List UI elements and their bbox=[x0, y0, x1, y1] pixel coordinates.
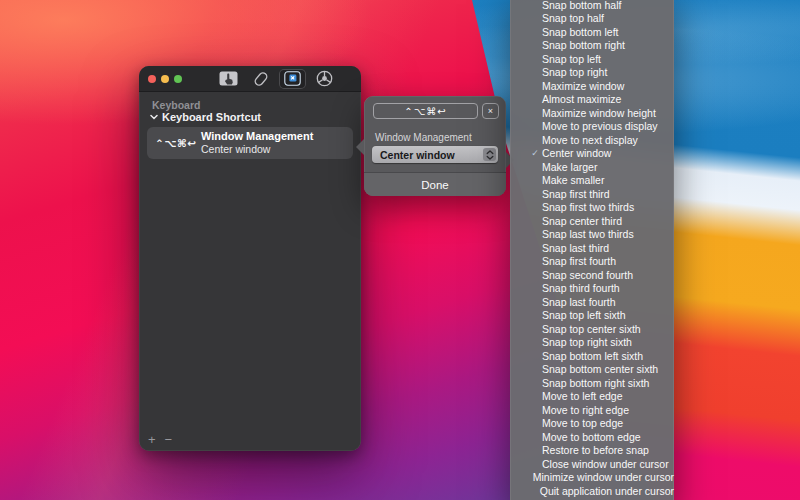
menu-item-label: Snap last third bbox=[542, 242, 609, 254]
menu-item-label: Snap bottom center sixth bbox=[542, 363, 658, 375]
menu-item[interactable]: Move to top edge bbox=[510, 417, 674, 431]
menu-item[interactable]: Move to right edge bbox=[510, 403, 674, 417]
menu-item[interactable]: ✓Center window bbox=[510, 147, 674, 161]
menu-item-label: Snap second fourth bbox=[542, 269, 633, 281]
menu-item[interactable]: Move to bottom edge bbox=[510, 430, 674, 444]
toolbar bbox=[215, 69, 338, 89]
add-shortcut-button[interactable]: + bbox=[148, 434, 156, 446]
shortcut-keys: ⌃⌥⌘↩ bbox=[155, 137, 195, 149]
menu-item-label: Almost maximize bbox=[542, 93, 621, 105]
menu-item[interactable]: Restore to before snap bbox=[510, 444, 674, 458]
checkmark-icon: ✓ bbox=[530, 148, 540, 158]
menu-item[interactable]: Almost maximize bbox=[510, 93, 674, 107]
menu-item[interactable]: Snap top left bbox=[510, 52, 674, 66]
menu-item-label: Move to previous display bbox=[542, 120, 658, 132]
chevron-down-icon bbox=[150, 114, 158, 120]
menu-item[interactable]: Move to previous display bbox=[510, 120, 674, 134]
menu-item[interactable]: Snap first two thirds bbox=[510, 201, 674, 215]
window-footer: + − bbox=[148, 434, 172, 446]
menu-item-label: Snap first third bbox=[542, 188, 610, 200]
menu-item-label: Snap top center sixth bbox=[542, 323, 641, 335]
select-stepper bbox=[483, 148, 496, 161]
menu-item[interactable]: Snap second fourth bbox=[510, 268, 674, 282]
menu-item[interactable]: Snap last fourth bbox=[510, 295, 674, 309]
menu-item-label: Move to right edge bbox=[542, 404, 629, 416]
menu-item-label: Snap bottom left sixth bbox=[542, 350, 643, 362]
menu-item-label: Maximize window bbox=[542, 80, 624, 92]
menu-item-label: Center window bbox=[542, 147, 611, 159]
minimize-button[interactable] bbox=[161, 75, 169, 83]
menu-item[interactable]: Move to left edge bbox=[510, 390, 674, 404]
menu-item[interactable]: Snap first third bbox=[510, 187, 674, 201]
menu-item[interactable]: Snap top right sixth bbox=[510, 336, 674, 350]
menu-item[interactable]: Snap last third bbox=[510, 241, 674, 255]
menu-item[interactable]: Snap bottom right sixth bbox=[510, 376, 674, 390]
menu-item[interactable]: Snap top left sixth bbox=[510, 309, 674, 323]
menu-item-label: Snap top left bbox=[542, 53, 601, 65]
zoom-button[interactable] bbox=[174, 75, 182, 83]
action-select[interactable]: Center window bbox=[372, 146, 498, 163]
menu-item[interactable]: Make smaller bbox=[510, 174, 674, 188]
menu-item[interactable]: Snap top right bbox=[510, 66, 674, 80]
shortcut-recorder-field[interactable]: ⌃⌥⌘↩ bbox=[373, 103, 478, 119]
action-select-value: Center window bbox=[380, 149, 483, 161]
menu-item[interactable]: Maximize window bbox=[510, 79, 674, 93]
remove-shortcut-button[interactable]: − bbox=[165, 434, 173, 446]
action-menu: Snap bottom halfSnap top halfSnap bottom… bbox=[510, 0, 674, 500]
tab-gesture[interactable] bbox=[247, 69, 274, 89]
menu-item[interactable]: Minimize window under cursor bbox=[510, 471, 674, 485]
menu-item[interactable]: Quit application under cursor bbox=[510, 484, 674, 498]
menu-item[interactable]: Snap third fourth bbox=[510, 282, 674, 296]
done-button[interactable]: Done bbox=[364, 173, 506, 196]
menu-item[interactable]: Snap bottom left bbox=[510, 25, 674, 39]
gesture-capsule-icon bbox=[252, 70, 270, 88]
menu-item[interactable]: Snap bottom center sixth bbox=[510, 363, 674, 377]
menu-item-label: Snap third fourth bbox=[542, 282, 620, 294]
menu-item[interactable]: Snap last two thirds bbox=[510, 228, 674, 242]
menu-item-label: Minimize window under cursor bbox=[533, 471, 674, 483]
menu-item[interactable]: Move to next display bbox=[510, 133, 674, 147]
menu-item[interactable]: Snap bottom right bbox=[510, 39, 674, 53]
menu-item-label: Move to left edge bbox=[542, 390, 623, 402]
menu-item-label: Snap bottom right sixth bbox=[542, 377, 649, 389]
clear-shortcut-button[interactable]: × bbox=[482, 103, 499, 119]
up-down-chevrons-icon bbox=[486, 150, 494, 160]
menu-item[interactable]: Close window under cursor bbox=[510, 457, 674, 471]
menu-item[interactable]: Maximize window height bbox=[510, 106, 674, 120]
menu-item[interactable]: Make larger bbox=[510, 160, 674, 174]
menu-item-label: Move to top edge bbox=[542, 417, 623, 429]
menu-item-label: Snap bottom half bbox=[542, 0, 621, 11]
keyboard-shortcut-icon bbox=[284, 71, 301, 86]
titlebar bbox=[139, 66, 361, 92]
wheel-icon bbox=[316, 70, 333, 87]
group-label: Keyboard Shortcut bbox=[162, 111, 261, 123]
app-window: Keyboard Keyboard Shortcut ⌃⌥⌘↩ Window M… bbox=[139, 66, 361, 451]
trackpad-icon bbox=[219, 71, 238, 86]
tab-wheel[interactable] bbox=[311, 69, 338, 89]
popover-field-label: Window Management bbox=[375, 132, 472, 143]
close-button[interactable] bbox=[148, 75, 156, 83]
menu-item[interactable]: Snap top center sixth bbox=[510, 322, 674, 336]
menu-item[interactable]: Snap first fourth bbox=[510, 255, 674, 269]
menu-item[interactable]: Snap center third bbox=[510, 214, 674, 228]
menu-item-label: Snap top right bbox=[542, 66, 607, 78]
shortcut-row-subtitle: Center window bbox=[201, 143, 313, 156]
group-disclosure[interactable]: Keyboard Shortcut bbox=[150, 111, 261, 123]
section-label: Keyboard bbox=[152, 99, 200, 111]
menu-item[interactable]: Snap bottom half bbox=[510, 0, 674, 12]
menu-item-label: Quit application under cursor bbox=[540, 485, 674, 497]
menu-item-label: Snap center third bbox=[542, 215, 622, 227]
menu-item-label: Snap last fourth bbox=[542, 296, 616, 308]
menu-item[interactable]: Snap bottom left sixth bbox=[510, 349, 674, 363]
menu-item[interactable]: Snap top half bbox=[510, 12, 674, 26]
menu-item-label: Snap first two thirds bbox=[542, 201, 634, 213]
shortcut-popover: ⌃⌥⌘↩ × Window Management Center window D… bbox=[364, 96, 506, 196]
tab-trackpad[interactable] bbox=[215, 69, 242, 89]
menu-item-label: Snap last two thirds bbox=[542, 228, 634, 240]
menu-item-label: Move to bottom edge bbox=[542, 431, 641, 443]
tab-keyboard-shortcut[interactable] bbox=[279, 69, 306, 89]
menu-item-label: Make larger bbox=[542, 161, 597, 173]
menu-item-label: Snap top left sixth bbox=[542, 309, 625, 321]
shortcut-row[interactable]: ⌃⌥⌘↩ Window Management Center window bbox=[147, 127, 353, 159]
menu-item-label: Maximize window height bbox=[542, 107, 656, 119]
